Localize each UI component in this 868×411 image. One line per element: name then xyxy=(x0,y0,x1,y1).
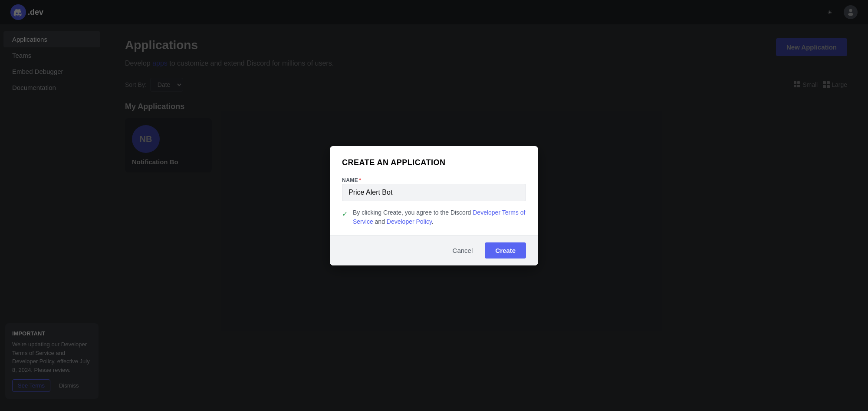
application-name-input[interactable] xyxy=(342,184,526,201)
create-button[interactable]: Create xyxy=(485,242,526,259)
create-application-modal: CREATE AN APPLICATION NAME* ✓ By clickin… xyxy=(330,146,538,265)
tos-text: By clicking Create, you agree to the Dis… xyxy=(353,208,526,226)
modal-body: CREATE AN APPLICATION NAME* ✓ By clickin… xyxy=(330,146,538,235)
checkmark-icon: ✓ xyxy=(342,209,348,219)
modal-overlay: CREATE AN APPLICATION NAME* ✓ By clickin… xyxy=(0,0,868,411)
modal-footer: Cancel Create xyxy=(330,235,538,265)
name-field-label: NAME* xyxy=(342,177,362,183)
cancel-button[interactable]: Cancel xyxy=(446,243,480,258)
required-marker: * xyxy=(359,177,361,183)
modal-title: CREATE AN APPLICATION xyxy=(342,158,526,167)
tos-agreement: ✓ By clicking Create, you agree to the D… xyxy=(342,208,526,235)
developer-policy-link[interactable]: Developer Policy xyxy=(387,218,432,225)
